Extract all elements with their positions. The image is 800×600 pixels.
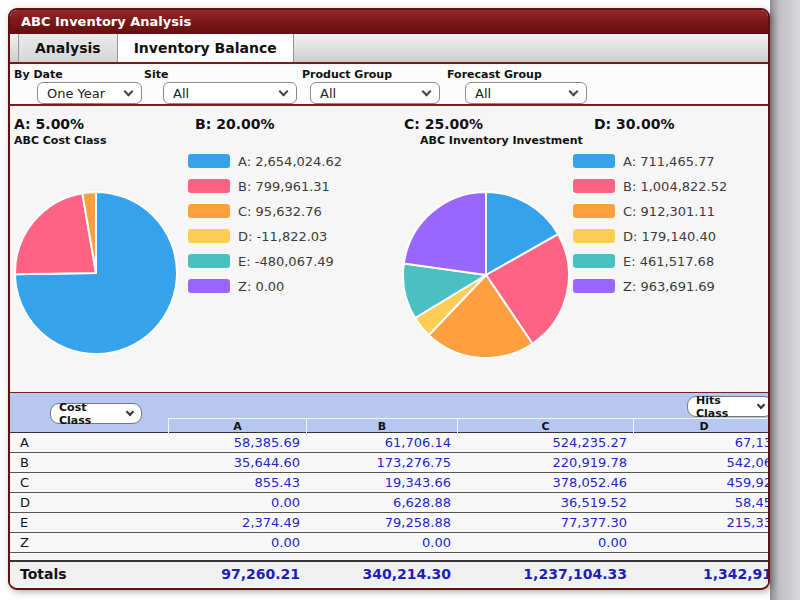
legend-label: Z: 0.00 — [238, 279, 284, 294]
class-c-percent: C: 25.00% — [404, 116, 483, 132]
legend-label: A: 711,465.77 — [623, 154, 715, 169]
legend-swatch-icon — [188, 204, 230, 218]
tab-inventory-balance-label: Inventory Balance — [134, 40, 277, 56]
column-header-b: B — [306, 418, 457, 434]
legend-label: D: -11,822.03 — [238, 229, 327, 244]
product-group-label: Product Group — [302, 68, 392, 81]
legend-label: D: 179,140.40 — [623, 229, 716, 244]
cell-D-D: 58,45 — [633, 493, 770, 512]
chevron-down-icon — [279, 86, 289, 96]
legend-item-C[interactable]: C: 95,632.76 — [188, 204, 342, 218]
cell-C-B: 19,343.66 — [306, 473, 457, 492]
cell-A-A: 58,385.69 — [168, 433, 306, 452]
site-value: All — [173, 86, 189, 101]
legend-item-A[interactable]: A: 2,654,024.62 — [188, 154, 342, 168]
by-date-label: By Date — [14, 68, 63, 81]
legend-item-C[interactable]: C: 912,301.11 — [573, 204, 727, 218]
column-header-a: A — [168, 418, 306, 434]
legend-item-B[interactable]: B: 799,961.31 — [188, 179, 342, 193]
hits-class-select[interactable]: Hits Class — [687, 396, 770, 417]
legend-label: E: 461,517.68 — [623, 254, 714, 269]
cell-A-C: 524,235.27 — [457, 433, 633, 452]
chart-area: A: 5.00% ABC Cost Class B: 20.00% C: 25.… — [10, 108, 768, 392]
cost-class-chart-title: ABC Cost Class — [14, 134, 106, 147]
legend-item-E[interactable]: E: 461,517.68 — [573, 254, 727, 268]
cell-A-B: 61,706.14 — [306, 433, 457, 452]
legend-item-B[interactable]: B: 1,004,822.52 — [573, 179, 727, 193]
row-label: A — [10, 433, 168, 452]
site-select[interactable]: All — [163, 82, 297, 104]
class-a-percent: A: 5.00% — [14, 116, 84, 132]
legend-swatch-icon — [573, 279, 615, 293]
by-date-select[interactable]: One Year — [37, 82, 142, 104]
row-label: E — [10, 513, 168, 532]
filter-bar: By Date One Year Site All Product Group … — [10, 66, 768, 106]
cell-C-C: 378,052.46 — [457, 473, 633, 492]
legend-item-D[interactable]: D: 179,140.40 — [573, 229, 727, 243]
totals-col-b: 340,214.30 — [306, 562, 457, 586]
tab-bar: Analysis Inventory Balance — [10, 34, 768, 64]
legend-swatch-icon — [573, 154, 615, 168]
cost-class-legend: A: 2,654,024.62B: 799,961.31C: 95,632.76… — [188, 154, 342, 304]
row-label: C — [10, 473, 168, 492]
legend-label: B: 799,961.31 — [238, 179, 330, 194]
table-spacer — [10, 553, 770, 560]
table-row-D: D0.006,628.8836,519.5258,45 — [10, 493, 770, 513]
table-row-A: A58,385.6961,706.14524,235.2767,13 — [10, 433, 770, 453]
forecast-group-label: Forecast Group — [447, 68, 542, 81]
legend-label: E: -480,067.49 — [238, 254, 334, 269]
totals-col-a: 97,260.21 — [168, 562, 306, 586]
class-b-percent: B: 20.00% — [195, 116, 274, 132]
legend-label: B: 1,004,822.52 — [623, 179, 727, 194]
cell-Z-C: 0.00 — [457, 533, 633, 552]
totals-col-c: 1,237,104.33 — [457, 562, 633, 586]
row-label: Z — [10, 533, 168, 552]
chevron-down-icon — [569, 86, 579, 96]
legend-swatch-icon — [188, 229, 230, 243]
forecast-group-select[interactable]: All — [465, 82, 587, 104]
cell-D-C: 36,519.52 — [457, 493, 633, 512]
balance-table: Cost Class Hits Class A B C D A58,385.69… — [10, 392, 770, 586]
totals-row: Totals 97,260.21 340,214.30 1,237,104.33… — [10, 560, 770, 586]
chevron-down-icon — [124, 86, 134, 96]
class-d-percent: D: 30.00% — [594, 116, 674, 132]
legend-item-E[interactable]: E: -480,067.49 — [188, 254, 342, 268]
pie-slice-Z[interactable] — [404, 192, 486, 275]
column-header-d: D — [633, 418, 770, 434]
cost-class-select-value: Cost Class — [59, 401, 119, 427]
chevron-down-icon — [422, 86, 432, 96]
tab-inventory-balance[interactable]: Inventory Balance — [118, 34, 294, 62]
table-row-C: C855.4319,343.66378,052.46459,92 — [10, 473, 770, 493]
cell-Z-D — [633, 533, 770, 552]
legend-swatch-icon — [188, 254, 230, 268]
site-label: Site — [144, 68, 168, 81]
legend-label: A: 2,654,024.62 — [238, 154, 342, 169]
row-label: B — [10, 453, 168, 472]
column-header-c: C — [457, 418, 633, 434]
product-group-select[interactable]: All — [310, 82, 440, 104]
legend-swatch-icon — [188, 279, 230, 293]
cost-class-select[interactable]: Cost Class — [50, 403, 142, 424]
investment-chart-title: ABC Inventory Investment — [420, 134, 583, 147]
legend-item-Z[interactable]: Z: 963,691.69 — [573, 279, 727, 293]
cell-C-D: 459,92 — [633, 473, 770, 492]
cell-C-A: 855.43 — [168, 473, 306, 492]
cell-E-C: 77,377.30 — [457, 513, 633, 532]
cell-B-C: 220,919.78 — [457, 453, 633, 472]
legend-swatch-icon — [573, 204, 615, 218]
row-label: D — [10, 493, 168, 512]
legend-label: C: 95,632.76 — [238, 204, 322, 219]
window-titlebar: ABC Inventory Analysis — [10, 10, 768, 34]
legend-item-A[interactable]: A: 711,465.77 — [573, 154, 727, 168]
legend-item-D[interactable]: D: -11,822.03 — [188, 229, 342, 243]
cell-Z-B: 0.00 — [306, 533, 457, 552]
legend-item-Z[interactable]: Z: 0.00 — [188, 279, 342, 293]
legend-swatch-icon — [573, 179, 615, 193]
legend-swatch-icon — [188, 179, 230, 193]
by-date-value: One Year — [47, 86, 105, 101]
cell-B-D: 542,06 — [633, 453, 770, 472]
hits-class-select-value: Hits Class — [696, 394, 750, 420]
tab-analysis[interactable]: Analysis — [18, 34, 118, 62]
legend-label: Z: 963,691.69 — [623, 279, 715, 294]
legend-swatch-icon — [573, 229, 615, 243]
